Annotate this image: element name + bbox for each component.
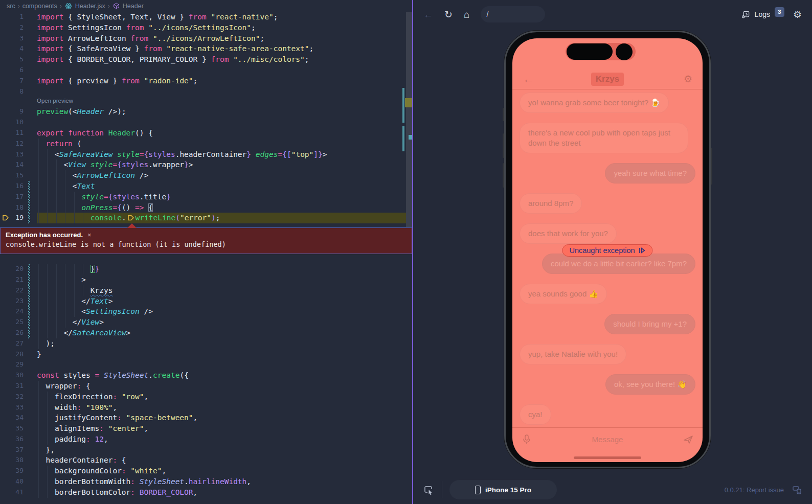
code-line-content[interactable]: > [37, 274, 412, 285]
line-number: 11 [0, 128, 24, 139]
indent-guide [38, 487, 39, 498]
exception-close-icon[interactable]: × [87, 231, 92, 239]
code-line-content[interactable]: backgroundColor: "white", [37, 466, 412, 476]
code-line-content[interactable]: const styles = StyleSheet.create({ [37, 370, 412, 381]
code-line-content[interactable]: <SafeAreaView style={styles.headerContai… [37, 149, 412, 160]
code-line: 38 headerContainer: { [0, 455, 412, 466]
indent-guide [65, 306, 65, 317]
code-line-content[interactable] [37, 65, 412, 76]
code-line-content[interactable]: style={styles.title} [37, 192, 412, 202]
reload-icon[interactable]: ↻ [444, 10, 453, 19]
code-line-content[interactable]: flexDirection: "row", [37, 392, 412, 402]
message-input-bar[interactable]: Message [512, 427, 703, 451]
chat-bubble: there's a new cool pub with open taps ju… [520, 123, 688, 153]
code-line-content[interactable]: return ( [37, 139, 412, 149]
code-line-content[interactable] [37, 117, 412, 128]
breadcrumb-item-file[interactable]: Header.jsx [75, 3, 105, 10]
code-line-content[interactable]: onPress={() => { [37, 202, 412, 213]
indent-guide [74, 274, 75, 285]
code-line: 6 [0, 65, 412, 76]
code-line-content[interactable]: import SettingsIcon from "../icons/Setti… [37, 22, 412, 33]
url-input[interactable]: / [481, 6, 545, 22]
breadcrumb-item-src[interactable]: src [7, 3, 15, 10]
report-issue-link[interactable]: 0.0.21: Report issue [725, 486, 784, 494]
code-line-content[interactable]: export function Header() { [37, 128, 412, 139]
code-line: 13 <SafeAreaView style={styles.headerCon… [0, 149, 412, 160]
line-number: 34 [0, 413, 24, 423]
line-number: 7 [0, 76, 24, 86]
exception-widget: Exception has occurred.×console.writeLin… [0, 227, 412, 254]
line-number: 3 [0, 33, 24, 44]
code-line-content[interactable]: </View> [37, 317, 412, 328]
footer-divider [442, 481, 442, 498]
breadcrumb-item-components[interactable]: components [22, 3, 57, 10]
code-line-content[interactable]: import { StyleSheet, Text, View } from "… [37, 12, 412, 22]
line-number: 16 [0, 181, 24, 192]
code-line: 16 <Text [0, 181, 412, 192]
logs-icon[interactable] [741, 10, 750, 19]
code-line-content[interactable]: </SafeAreaView> [37, 328, 412, 338]
devices-icon[interactable] [792, 485, 802, 495]
settings-gear-icon[interactable]: ⚙ [793, 9, 802, 20]
indent-guide [47, 159, 48, 170]
logs-button[interactable]: Logs [755, 10, 770, 18]
code-area: 1import { StyleSheet, Text, View } from … [0, 12, 412, 498]
code-line-content[interactable]: alignItems: "center", [37, 423, 412, 434]
home-icon[interactable]: ⌂ [464, 10, 469, 19]
code-line-content[interactable]: headerContainer: { [37, 455, 412, 466]
breadcrumb-item-symbol[interactable]: Header [123, 3, 144, 10]
exception-message: console.writeLine is not a function (it … [6, 240, 407, 248]
indent-guide [47, 487, 48, 498]
code-line-content[interactable]: } [37, 349, 412, 360]
indent-guide [65, 296, 65, 307]
line-number: 40 [0, 476, 24, 487]
line-number: 30 [0, 370, 24, 381]
code-line-content[interactable]: borderBottomColor: BORDER_COLOR, [37, 487, 412, 498]
code-line-content[interactable]: <ArrowLeftIcon /> [37, 170, 412, 181]
inline-debug-icon [127, 214, 134, 224]
line-number: 28 [0, 349, 24, 360]
uncaught-exception-button[interactable]: Uncaught exception [562, 244, 652, 257]
modified-line-indicator [28, 264, 30, 274]
code-line-content[interactable]: <View style={styles.wrapper}> [37, 159, 412, 170]
code-line-content[interactable]: padding: 12, [37, 434, 412, 445]
code-line: 31 wrapper: { [0, 381, 412, 392]
inspect-element-icon[interactable] [423, 485, 434, 495]
code-line-content[interactable]: wrapper: { [37, 381, 412, 392]
overview-ruler-debug-mark [405, 98, 412, 107]
device-selector[interactable]: iPhone 15 Pro [449, 480, 557, 499]
open-preview-codelens[interactable]: Open preview [37, 98, 73, 104]
code-line: 3import ArrowLeftIcon from "../icons/Arr… [0, 33, 412, 44]
indent-guide [38, 202, 39, 213]
code-line-content[interactable]: Krzys [37, 285, 412, 296]
code-line-content[interactable]: }} [37, 264, 412, 274]
code-line-content[interactable]: preview(<Header />); [37, 106, 412, 117]
home-indicator [574, 456, 641, 459]
code-line: 23 </Text> [0, 296, 412, 307]
code-line-content[interactable]: </Text> [37, 296, 412, 307]
modified-line-indicator [28, 202, 30, 213]
code-line-content[interactable]: justifyContent: "space-between", [37, 413, 412, 423]
code-line-content[interactable]: }, [37, 445, 412, 455]
code-line: 1import { StyleSheet, Text, View } from … [0, 12, 412, 22]
code-line: 11export function Header() { [0, 128, 412, 139]
code-line-content[interactable] [37, 359, 412, 370]
indent-guide [38, 317, 39, 328]
code-line-content[interactable]: ); [37, 338, 412, 349]
indent-guide [56, 328, 57, 338]
device-screen[interactable]: ← Krzys ⚙ yo! wanna grab some beer tonig… [512, 38, 703, 462]
code-line-content[interactable]: import { SafeAreaView } from "react-nati… [37, 43, 412, 54]
back-icon[interactable]: ← [423, 10, 433, 19]
code-line-content[interactable]: console.writeLine("error"); [37, 213, 412, 223]
code-line-content[interactable]: import { preview } from "radon-ide"; [37, 76, 412, 86]
code-line-content[interactable]: import { BORDER_COLOR, PRIMARY_COLOR } f… [37, 54, 412, 65]
code-line-content[interactable]: <Text [37, 181, 412, 192]
editor-scrollbar-thumb[interactable] [406, 12, 412, 227]
code-line-content[interactable] [37, 86, 412, 97]
code-line-content[interactable]: width: "100%", [37, 402, 412, 413]
power-button [711, 148, 712, 185]
line-number: 17 [0, 192, 24, 202]
code-line-content[interactable]: import ArrowLeftIcon from "../icons/Arro… [37, 33, 412, 44]
code-line-content[interactable]: <SettingsIcon /> [37, 306, 412, 317]
code-line-content[interactable]: borderBottomWidth: StyleSheet.hairlineWi… [37, 476, 412, 487]
